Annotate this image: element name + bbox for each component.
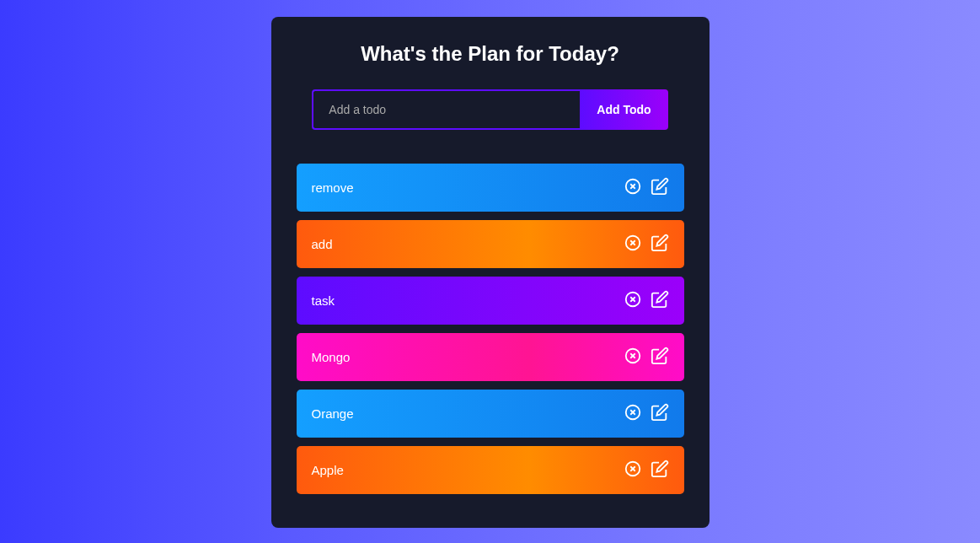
todo-row[interactable]: remove bbox=[297, 164, 684, 212]
todo-row[interactable]: add bbox=[297, 220, 684, 268]
edit-button[interactable] bbox=[651, 234, 669, 255]
todo-actions bbox=[624, 403, 669, 424]
close-circle-icon bbox=[624, 347, 642, 368]
edit-icon bbox=[651, 290, 669, 311]
edit-button[interactable] bbox=[651, 290, 669, 311]
add-todo-button[interactable]: Add Todo bbox=[580, 89, 667, 130]
todo-app-container: What's the Plan for Today? Add Todo remo… bbox=[271, 17, 710, 528]
edit-icon bbox=[651, 177, 669, 198]
edit-icon bbox=[651, 460, 669, 481]
delete-button[interactable] bbox=[624, 234, 642, 255]
todo-actions bbox=[624, 177, 669, 198]
todo-actions bbox=[624, 290, 669, 311]
edit-icon bbox=[651, 234, 669, 255]
todo-list: remove add bbox=[297, 164, 684, 494]
close-circle-icon bbox=[624, 290, 642, 311]
close-circle-icon bbox=[624, 460, 642, 481]
todo-text: Orange bbox=[312, 406, 354, 421]
edit-icon bbox=[651, 347, 669, 368]
edit-button[interactable] bbox=[651, 177, 669, 198]
close-circle-icon bbox=[624, 177, 642, 198]
todo-row[interactable]: Mongo bbox=[297, 333, 684, 381]
close-circle-icon bbox=[624, 403, 642, 424]
todo-text: add bbox=[312, 237, 333, 251]
edit-button[interactable] bbox=[651, 347, 669, 368]
edit-button[interactable] bbox=[651, 460, 669, 481]
delete-button[interactable] bbox=[624, 460, 642, 481]
todo-text: Mongo bbox=[312, 350, 351, 364]
delete-button[interactable] bbox=[624, 290, 642, 311]
todo-actions bbox=[624, 234, 669, 255]
edit-button[interactable] bbox=[651, 403, 669, 424]
page-title: What's the Plan for Today? bbox=[297, 42, 684, 66]
todo-text: Apple bbox=[312, 463, 344, 477]
todo-actions bbox=[624, 347, 669, 368]
todo-actions bbox=[624, 460, 669, 481]
delete-button[interactable] bbox=[624, 177, 642, 198]
todo-text: task bbox=[312, 293, 335, 308]
todo-input[interactable] bbox=[312, 89, 580, 130]
todo-row[interactable]: Orange bbox=[297, 390, 684, 438]
close-circle-icon bbox=[624, 234, 642, 255]
todo-row[interactable]: task bbox=[297, 277, 684, 325]
edit-icon bbox=[651, 403, 669, 424]
add-todo-form: Add Todo bbox=[297, 89, 684, 130]
todo-row[interactable]: Apple bbox=[297, 446, 684, 494]
todo-text: remove bbox=[312, 180, 354, 195]
delete-button[interactable] bbox=[624, 403, 642, 424]
delete-button[interactable] bbox=[624, 347, 642, 368]
